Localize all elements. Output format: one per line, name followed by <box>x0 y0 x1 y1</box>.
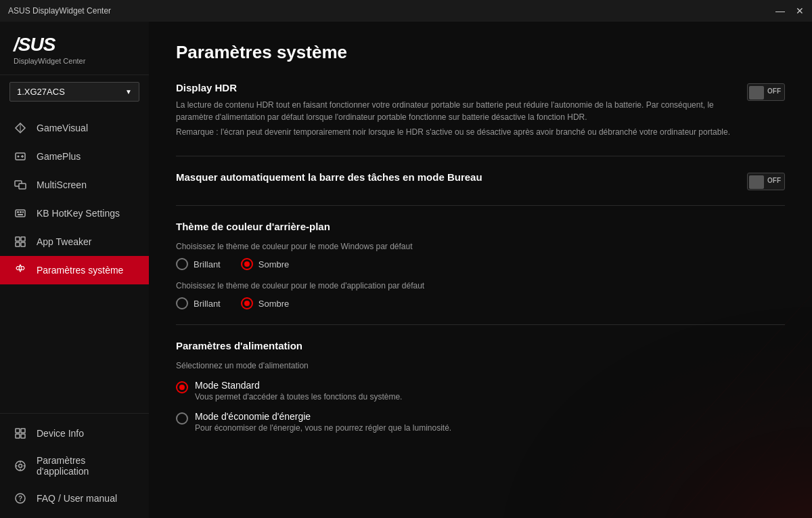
sidebar-logo: /SUS DisplayWidget Center <box>0 22 149 75</box>
hdr-section: Display HDR La lecture de contenu HDR to… <box>176 82 785 156</box>
minimize-button[interactable]: — <box>775 5 785 16</box>
svg-rect-13 <box>21 237 25 241</box>
taskbar-label: Masquer automatiquement la barre des tâc… <box>176 171 482 183</box>
hdr-toggle-track[interactable]: OFF <box>747 83 785 101</box>
theme-brillant2-option[interactable]: Brillant <box>176 297 221 309</box>
sidebar-item-apptweaker[interactable]: App Tweaker <box>0 228 149 256</box>
svg-text:?: ? <box>18 495 22 502</box>
theme-brillant1-option[interactable]: Brillant <box>176 258 221 270</box>
power-economy-option[interactable]: Mode d'économie d'énergie Pour économise… <box>176 411 785 433</box>
theme-sombre2-option[interactable]: Sombre <box>241 297 290 309</box>
sidebar-bottom: Device Info Paramètres d'application <box>0 413 149 518</box>
svg-rect-18 <box>21 429 25 433</box>
sidebar-item-hotkey-label: KB HotKey Settings <box>37 208 120 219</box>
theme-sombre1-option[interactable]: Sombre <box>241 258 290 270</box>
theme-radio-group2: Brillant Sombre <box>176 297 785 309</box>
svg-point-16 <box>19 267 22 269</box>
power-economy-title: Mode d'économie d'énergie <box>195 411 451 422</box>
power-standard-radio[interactable] <box>176 381 188 393</box>
svg-rect-11 <box>18 214 23 215</box>
appsettings-icon <box>14 459 27 473</box>
theme-sombre1-radio[interactable] <box>241 258 253 270</box>
nav-items: GameVisual GamePlus <box>0 108 149 413</box>
theme-brillant2-label: Brillant <box>194 299 221 309</box>
svg-rect-17 <box>16 429 20 433</box>
power-label: Paramètres d'alimentation <box>176 340 785 351</box>
theme-sombre1-label: Sombre <box>258 259 290 269</box>
sidebar-item-parametres-label: Paramètres système <box>37 265 123 276</box>
chevron-down-icon: ▼ <box>125 88 132 95</box>
sidebar-item-faq[interactable]: ? FAQ / User manual <box>0 484 149 513</box>
theme-label: Thème de couleur d'arrière-plan <box>176 221 785 232</box>
hdr-toggle-label: OFF <box>767 87 781 95</box>
titlebar: ASUS DisplayWidget Center — ✕ <box>0 0 812 22</box>
theme-sombre2-label: Sombre <box>258 299 290 309</box>
logo-subtitle: DisplayWidget Center <box>14 57 135 65</box>
sidebar-item-gamevisual-label: GameVisual <box>37 123 88 133</box>
power-economy-desc: Pour économiser de l'énergie, vous ne po… <box>195 423 451 433</box>
app-layout: /SUS DisplayWidget Center 1.XG27ACS ▼ Ga… <box>0 22 812 518</box>
sidebar: /SUS DisplayWidget Center 1.XG27ACS ▼ Ga… <box>0 22 149 518</box>
svg-rect-20 <box>21 434 25 438</box>
app-title: ASUS DisplayWidget Center <box>8 6 111 16</box>
power-economy-radio[interactable] <box>176 412 188 425</box>
sidebar-item-gameplus[interactable]: GamePlus <box>0 142 149 171</box>
faq-icon: ? <box>14 492 27 505</box>
taskbar-row: Masquer automatiquement la barre des tâc… <box>176 171 785 190</box>
theme-radio-group1: Brillant Sombre <box>176 258 785 270</box>
svg-rect-12 <box>16 237 20 241</box>
settings-icon <box>14 263 27 277</box>
hdr-toggle[interactable]: OFF <box>747 83 785 101</box>
gameplus-icon <box>14 150 27 163</box>
window-controls: — ✕ <box>775 5 804 16</box>
theme-sombre2-radio[interactable] <box>241 297 253 309</box>
theme-sublabel2: Choisissez le thème de couleur pour le m… <box>176 281 785 290</box>
theme-brillant1-radio[interactable] <box>176 258 188 270</box>
page-title: Paramètres système <box>176 42 785 63</box>
sidebar-item-deviceinfo[interactable]: Device Info <box>0 419 149 448</box>
hotkey-icon <box>14 207 27 220</box>
svg-rect-15 <box>21 242 25 246</box>
deviceinfo-icon <box>14 427 27 440</box>
power-standard-title: Mode Standard <box>195 380 402 391</box>
multiscreen-icon <box>14 178 27 192</box>
power-economy-text: Mode d'économie d'énergie Pour économise… <box>195 411 451 433</box>
power-standard-text: Mode Standard Vous permet d'accéder à to… <box>195 380 402 402</box>
hdr-desc2: Remarque : l'écran peut devenir temporai… <box>176 126 731 138</box>
power-sublabel: Sélectionnez un mode d'alimentation <box>176 361 785 370</box>
power-section: Paramètres d'alimentation Sélectionnez u… <box>176 340 785 448</box>
theme-brillant2-radio[interactable] <box>176 297 188 309</box>
hdr-row: Display HDR La lecture de contenu HDR to… <box>176 82 785 141</box>
sidebar-item-hotkey[interactable]: KB HotKey Settings <box>0 199 149 228</box>
gamevisual-icon <box>14 121 27 135</box>
sidebar-item-parametres[interactable]: Paramètres système <box>0 256 149 284</box>
svg-rect-7 <box>16 210 25 217</box>
sidebar-item-multiscreen-label: MultiScreen <box>37 179 87 190</box>
taskbar-toggle[interactable]: OFF <box>747 173 785 190</box>
hdr-desc1: La lecture de contenu HDR tout en faisan… <box>176 99 731 123</box>
power-standard-desc: Vous permet d'accéder à toutes les fonct… <box>195 392 402 402</box>
sidebar-item-multiscreen[interactable]: MultiScreen <box>0 171 149 199</box>
svg-point-22 <box>19 465 22 468</box>
logo-text: /SUS <box>14 34 135 56</box>
sidebar-item-deviceinfo-label: Device Info <box>37 428 84 439</box>
sidebar-item-appparams-label: Paramètres d'application <box>37 455 135 477</box>
svg-rect-14 <box>16 242 20 246</box>
sidebar-item-gameplus-label: GamePlus <box>37 151 81 162</box>
theme-brillant1-label: Brillant <box>194 259 221 269</box>
svg-rect-8 <box>17 211 19 213</box>
sidebar-item-appparams[interactable]: Paramètres d'application <box>0 448 149 484</box>
sidebar-item-apptweaker-label: App Tweaker <box>37 236 91 247</box>
close-button[interactable]: ✕ <box>796 5 804 16</box>
apptweaker-icon <box>14 235 27 249</box>
taskbar-toggle-track[interactable]: OFF <box>747 173 785 190</box>
svg-rect-10 <box>22 211 24 213</box>
taskbar-toggle-label: OFF <box>767 177 781 184</box>
main-content: Paramètres système Display HDR La lectur… <box>149 22 812 518</box>
power-standard-option[interactable]: Mode Standard Vous permet d'accéder à to… <box>176 380 785 402</box>
device-name: 1.XG27ACS <box>17 87 65 97</box>
hdr-content: Display HDR La lecture de contenu HDR to… <box>176 82 731 141</box>
theme-section: Thème de couleur d'arrière-plan Choisiss… <box>176 221 785 325</box>
sidebar-item-gamevisual[interactable]: GameVisual <box>0 114 149 142</box>
device-selector-container[interactable]: 1.XG27ACS ▼ <box>9 82 139 102</box>
